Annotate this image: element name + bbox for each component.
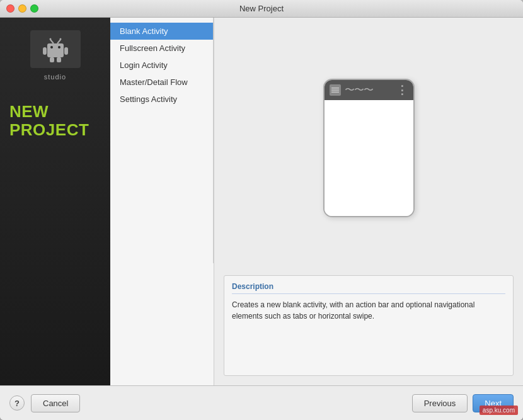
right-panel: 〜〜〜 ⋮ Description Creates a new blank ac…: [214, 18, 523, 385]
minimize-button[interactable]: [18, 4, 26, 13]
svg-rect-11: [331, 88, 339, 89]
phone-title-area: 〜〜〜: [345, 84, 393, 97]
svg-point-4: [58, 46, 60, 48]
svg-rect-9: [50, 57, 54, 62]
help-button[interactable]: ?: [9, 395, 25, 411]
activity-item-blank[interactable]: Blank Activity: [110, 23, 213, 40]
svg-rect-2: [47, 43, 64, 57]
svg-point-8: [59, 38, 61, 40]
svg-rect-10: [57, 57, 61, 62]
phone-body: [325, 100, 413, 216]
activity-item-login[interactable]: Login Activity: [110, 57, 213, 74]
window-controls: [6, 4, 38, 13]
close-button[interactable]: [6, 4, 14, 13]
svg-rect-0: [43, 47, 47, 55]
bottom-right-actions: Previous Next: [412, 394, 514, 412]
studio-label: studio: [44, 73, 66, 81]
new-project-label: NEW PROJECT: [0, 90, 110, 151]
hamburger-icon: [331, 87, 339, 93]
cancel-button[interactable]: Cancel: [31, 394, 80, 412]
bottom-left-actions: ? Cancel: [9, 394, 80, 412]
activity-list-container: Blank Activity Fullscreen Activity Login…: [110, 18, 214, 385]
phone-preview: 〜〜〜 ⋮: [323, 79, 415, 217]
preview-area: 〜〜〜 ⋮: [224, 27, 514, 269]
description-text: Creates a new blank activity, with an ac…: [232, 299, 505, 322]
android-logo: [30, 30, 81, 68]
wave-decoration: 〜〜〜: [345, 84, 373, 97]
sidebar: studio NEW PROJECT: [0, 18, 110, 385]
bottom-bar: ? Cancel Previous Next: [0, 385, 523, 420]
activity-item-fullscreen[interactable]: Fullscreen Activity: [110, 40, 213, 57]
activity-item-master-detail[interactable]: Master/Detail Flow: [110, 74, 213, 91]
next-button[interactable]: Next: [473, 394, 514, 412]
logo-area: studio: [0, 18, 110, 90]
maximize-button[interactable]: [30, 4, 38, 13]
svg-line-5: [50, 40, 54, 43]
svg-rect-13: [331, 92, 339, 93]
window-title: New Project: [239, 4, 284, 13]
new-project-window: New Project: [0, 0, 523, 420]
svg-point-3: [50, 46, 53, 48]
svg-line-7: [57, 40, 60, 43]
phone-nav-icon: [330, 84, 341, 96]
activity-list: Blank Activity Fullscreen Activity Login…: [110, 18, 214, 263]
main-content: studio NEW PROJECT Blank Activity Fullsc…: [0, 18, 523, 385]
svg-point-6: [49, 38, 51, 40]
phone-action-bar: 〜〜〜 ⋮: [325, 80, 413, 100]
content-area: Blank Activity Fullscreen Activity Login…: [110, 18, 523, 385]
svg-rect-12: [331, 89, 339, 91]
previous-button[interactable]: Previous: [412, 394, 468, 412]
title-bar: New Project: [0, 0, 523, 18]
svg-rect-1: [64, 47, 68, 55]
android-robot-icon: [40, 33, 71, 65]
activity-item-settings[interactable]: Settings Activity: [110, 91, 213, 108]
description-area: Description Creates a new blank activity…: [224, 275, 514, 376]
overflow-menu-icon: ⋮: [396, 83, 408, 97]
description-title: Description: [232, 282, 505, 294]
